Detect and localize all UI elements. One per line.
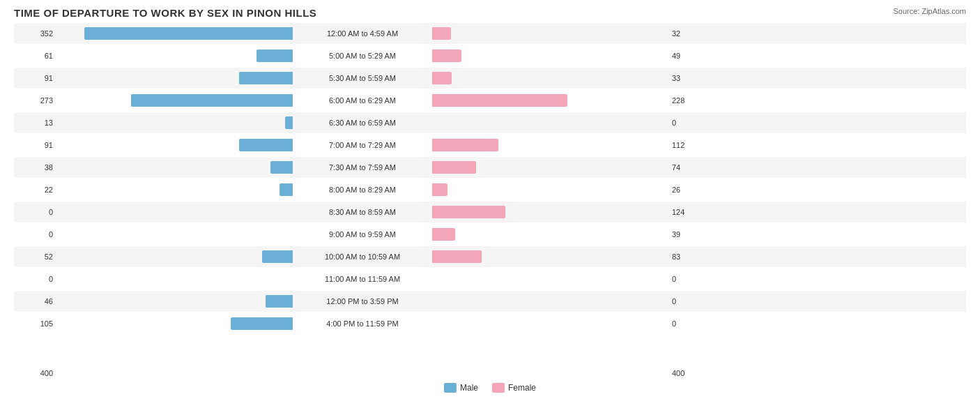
female-value: 32 [669,29,711,38]
time-label: 7:30 AM to 7:59 AM [293,163,432,172]
male-bar-container [56,228,293,241]
male-bar [262,250,293,263]
female-bar-container [432,27,669,40]
female-bar-container [432,295,669,308]
female-bar [432,161,476,174]
male-bar [285,116,293,129]
chart-row: 22 8:00 AM to 8:29 AM 26 [14,179,966,200]
time-label: 12:00 PM to 3:59 PM [293,297,432,305]
female-bar-container [432,250,669,263]
chart-row: 273 6:00 AM to 6:29 AM 228 [14,90,966,111]
male-value: 0 [14,208,56,216]
male-bar-container [56,317,293,330]
axis-right-label: 400 [669,369,711,377]
male-bar [257,50,293,62]
male-bar [84,27,293,40]
legend-female-box [492,383,505,393]
female-value: 33 [669,74,711,82]
time-label: 5:30 AM to 5:59 AM [293,74,432,82]
male-value: 61 [14,52,56,60]
female-bar-container [432,228,669,241]
female-value: 0 [669,119,711,127]
legend-female: Female [492,383,536,393]
male-value: 0 [14,230,56,239]
chart-row: 46 12:00 PM to 3:59 PM 0 [14,291,966,312]
male-bar-container [56,116,293,129]
legend-male-label: Male [460,383,478,393]
female-value: 74 [669,163,711,172]
time-label: 7:00 AM to 7:29 AM [293,141,432,149]
female-bar-container [432,273,669,285]
time-label: 12:00 AM to 4:59 AM [293,29,432,38]
female-value: 39 [669,230,711,239]
female-bar-container [432,116,669,129]
male-value: 52 [14,252,56,261]
male-bar-container [56,161,293,174]
chart-title: TIME OF DEPARTURE TO WORK BY SEX IN PINO… [14,7,966,19]
male-value: 13 [14,119,56,127]
female-bar [432,50,461,62]
female-bar-container [432,139,669,151]
male-value: 352 [14,29,56,38]
time-label: 11:00 AM to 11:59 AM [293,275,432,283]
source-label: Source: ZipAtlas.com [893,7,966,15]
female-bar [432,183,447,196]
female-bar [432,94,567,107]
female-value: 0 [669,275,711,283]
male-value: 91 [14,74,56,82]
female-bar-container [432,317,669,330]
female-bar-container [432,161,669,174]
chart-row: 352 12:00 AM to 4:59 AM 32 [14,23,966,44]
female-bar-container [432,206,669,218]
male-bar-container [56,27,293,40]
chart-row: 38 7:30 AM to 7:59 AM 74 [14,157,966,178]
time-label: 8:30 AM to 8:59 AM [293,208,432,216]
chart-row: 91 7:00 AM to 7:29 AM 112 [14,135,966,156]
chart-row: 105 4:00 PM to 11:59 PM 0 [14,313,966,334]
male-value: 46 [14,297,56,305]
time-label: 5:00 AM to 5:29 AM [293,52,432,60]
male-value: 91 [14,141,56,149]
time-label: 4:00 PM to 11:59 PM [293,319,432,328]
male-bar [270,161,293,174]
male-bar-container [56,94,293,107]
chart-row: 52 10:00 AM to 10:59 AM 83 [14,246,966,267]
male-value: 105 [14,319,56,328]
chart-legend: Male Female [14,383,966,393]
male-bar [280,183,293,196]
male-bar-container [56,295,293,308]
chart-row: 0 8:30 AM to 8:59 AM 124 [14,202,966,222]
chart-row: 13 6:30 AM to 6:59 AM 0 [14,112,966,133]
female-bar [432,228,455,241]
female-bar-container [432,94,669,107]
time-label: 6:00 AM to 6:29 AM [293,96,432,105]
female-bar-container [432,183,669,196]
chart-container: TIME OF DEPARTURE TO WORK BY SEX IN PINO… [0,0,980,415]
male-bar [231,317,293,330]
male-value: 22 [14,186,56,194]
male-bar-container [56,50,293,62]
time-label: 8:00 AM to 8:29 AM [293,186,432,194]
female-value: 49 [669,52,711,60]
male-bar [266,295,293,308]
legend-female-label: Female [508,383,536,393]
male-bar-container [56,273,293,285]
male-bar-container [56,139,293,151]
female-value: 26 [669,186,711,194]
legend-male-box [444,383,457,393]
female-bar [432,27,451,40]
time-label: 6:30 AM to 6:59 AM [293,119,432,127]
female-bar [432,250,482,263]
female-bar [432,72,452,84]
female-bar-container [432,50,669,62]
chart-area: 352 12:00 AM to 4:59 AM 32 61 5:00 AM to… [14,23,966,365]
female-value: 0 [669,319,711,328]
male-bar [131,94,293,107]
female-value: 0 [669,297,711,305]
male-value: 0 [14,275,56,283]
legend-male: Male [444,383,478,393]
chart-row: 0 9:00 AM to 9:59 AM 39 [14,224,966,245]
female-bar [432,206,505,218]
male-bar-container [56,183,293,196]
male-bar-container [56,72,293,84]
